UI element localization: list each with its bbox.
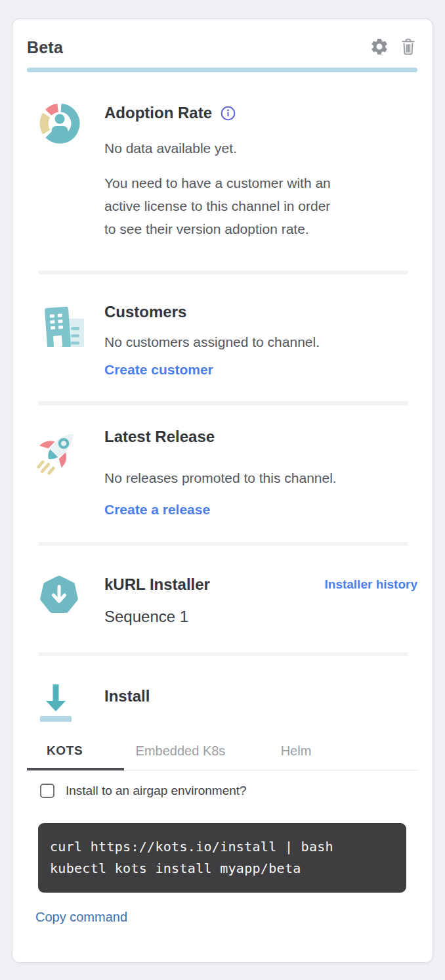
adoption-rate-empty-message: No data available yet. (104, 139, 413, 158)
adoption-rate-section: Adoption Rate No data available yet. You… (27, 102, 417, 240)
adoption-donut-icon (38, 102, 81, 240)
install-download-icon (38, 682, 74, 724)
adoption-rate-help-text: You need to have a customer with an acti… (104, 171, 413, 240)
tab-filler (355, 744, 417, 770)
kurl-installer-title: kURL Installer (104, 573, 210, 596)
trash-icon (399, 37, 417, 58)
airgap-checkbox[interactable] (40, 784, 54, 798)
install-command-block: curl https://kots.io/install | bash kube… (38, 823, 406, 893)
release-rocket-icon (33, 426, 83, 520)
adoption-rate-title: Adoption Rate (104, 102, 212, 124)
install-command-line: kubectl kots install myapp/beta (50, 858, 394, 880)
latest-release-title: Latest Release (104, 426, 337, 448)
create-customer-link[interactable]: Create customer (104, 360, 213, 380)
customers-section: Customers No customers assigned to chann… (27, 301, 417, 380)
kurl-heptagon-download-icon (38, 573, 80, 628)
channel-accent-bar (27, 68, 417, 72)
copy-command-link[interactable]: Copy command (35, 908, 127, 926)
customers-empty-message: No customers assigned to channel. (104, 332, 320, 352)
kurl-installer-sequence: Sequence 1 (104, 606, 417, 628)
install-tabs: KOTS Embedded K8s Helm (27, 744, 417, 770)
info-icon[interactable] (221, 106, 236, 121)
kurl-installer-section: kURL Installer Installer history Sequenc… (27, 573, 417, 628)
tab-embedded-k8s[interactable]: Embedded K8s (124, 744, 237, 770)
channel-name: Beta (27, 38, 63, 57)
tab-kots[interactable]: KOTS (27, 744, 124, 770)
airgap-row: Install to an airgap environment? (40, 784, 417, 798)
section-divider (38, 542, 408, 546)
section-divider (38, 652, 408, 656)
gear-icon (370, 37, 389, 58)
customers-building-icon (38, 301, 84, 380)
section-divider (38, 271, 408, 275)
installer-history-link[interactable]: Installer history (325, 573, 418, 596)
latest-release-empty-message: No releases promoted to this channel. (104, 468, 337, 488)
channel-card: Beta (12, 18, 433, 963)
customers-title: Customers (104, 301, 320, 323)
install-title: Install (104, 685, 150, 707)
channel-settings-button[interactable] (370, 37, 389, 58)
install-section: Install (27, 682, 417, 724)
airgap-checkbox-label[interactable]: Install to an airgap environment? (66, 784, 247, 798)
tab-helm[interactable]: Helm (237, 744, 355, 770)
install-command-line: curl https://kots.io/install | bash (50, 836, 394, 858)
create-release-link[interactable]: Create a release (104, 500, 210, 520)
card-header: Beta (27, 36, 417, 58)
latest-release-section: Latest Release No releases promoted to t… (27, 426, 417, 520)
section-divider (38, 401, 408, 405)
header-actions (370, 37, 417, 58)
channel-delete-button[interactable] (399, 37, 417, 58)
